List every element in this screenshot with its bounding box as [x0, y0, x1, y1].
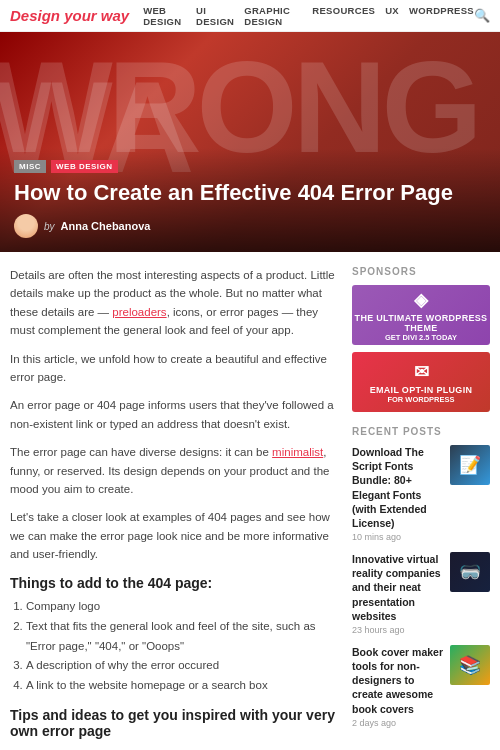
- author-avatar: [14, 214, 38, 238]
- recent-post-3-text: Book cover maker tools for non-designers…: [352, 645, 444, 728]
- sidebar: SPONSORS ◈ THE ULTIMATE WORDPRESS THEME …: [352, 266, 490, 750]
- recent-post-3-title: Book cover maker tools for non-designers…: [352, 645, 444, 716]
- recent-posts-section: RECENT POSTS Download The Script Fonts B…: [352, 426, 490, 728]
- site-title[interactable]: Design your way: [10, 7, 129, 24]
- article-p4: The error page can have diverse designs:…: [10, 443, 338, 498]
- sponsor-2-icon: ✉: [414, 361, 429, 383]
- recent-post-2-title: Innovative virtual reality companies and…: [352, 552, 444, 623]
- hero-author: by Anna Chebanova: [14, 214, 486, 238]
- hero-image: WRONG WA MISC WEB DESIGN How to Create a…: [0, 32, 500, 252]
- recent-post-1-time: 10 mins ago: [352, 532, 444, 542]
- recent-post-1-text: Download The Script Fonts Bundle: 80+ El…: [352, 445, 444, 542]
- recent-post-2[interactable]: Innovative virtual reality companies and…: [352, 552, 490, 635]
- sponsor-banner-1[interactable]: ◈ THE ULTIMATE WORDPRESS THEME GET DIVI …: [352, 285, 490, 345]
- recent-post-3-thumb: 📚: [450, 645, 490, 685]
- preloaders-link[interactable]: preloaders: [112, 306, 166, 318]
- nav-ux[interactable]: UX: [385, 5, 399, 27]
- article-h2-1: Things to add to the 404 page:: [10, 575, 338, 591]
- article-content: Details are often the most interesting a…: [10, 266, 352, 750]
- sponsor-banner-2[interactable]: ✉ EMAIL OPT-IN PLUGIN FOR WORDPRESS: [352, 352, 490, 412]
- recent-post-1-title: Download The Script Fonts Bundle: 80+ El…: [352, 445, 444, 530]
- list-item-2: Text that fits the general look and feel…: [26, 617, 338, 656]
- recent-post-3-time: 2 days ago: [352, 718, 444, 728]
- sponsors-title: SPONSORS: [352, 266, 490, 277]
- recent-post-2-time: 23 hours ago: [352, 625, 444, 635]
- minimalist-link[interactable]: minimalist: [272, 446, 323, 458]
- recent-post-2-text: Innovative virtual reality companies and…: [352, 552, 444, 635]
- article-p1: Details are often the most interesting a…: [10, 266, 338, 340]
- list-item-1: Company logo: [26, 597, 338, 617]
- sponsor-1-icon: ◈: [414, 289, 428, 311]
- hero-tags: MISC WEB DESIGN: [14, 160, 486, 173]
- hero-overlay: MISC WEB DESIGN How to Create an Effecti…: [0, 148, 500, 253]
- search-icon[interactable]: 🔍: [474, 8, 490, 23]
- main-layout: Details are often the most interesting a…: [0, 252, 500, 750]
- nav-graphicdesign[interactable]: Graphic Design: [244, 5, 302, 27]
- tag-webdesign: WEB DESIGN: [51, 160, 118, 173]
- article-p5: Let's take a closer look at examples of …: [10, 508, 338, 563]
- nav-uidesign[interactable]: UI Design: [196, 5, 234, 27]
- nav-wordpress[interactable]: WordPress: [409, 5, 474, 27]
- tag-misc: MISC: [14, 160, 46, 173]
- recent-post-1[interactable]: Download The Script Fonts Bundle: 80+ El…: [352, 445, 490, 542]
- recent-post-2-thumb: 🥽: [450, 552, 490, 592]
- recent-post-3[interactable]: Book cover maker tools for non-designers…: [352, 645, 490, 728]
- recent-posts-title: RECENT POSTS: [352, 426, 490, 437]
- main-nav: Web Design UI Design Graphic Design Reso…: [143, 5, 474, 27]
- sponsor-1-main: THE ULTIMATE WORDPRESS THEME: [352, 313, 490, 333]
- site-header: Design your way Web Design UI Design Gra…: [0, 0, 500, 32]
- author-by: by: [44, 221, 55, 232]
- nav-webdesign[interactable]: Web Design: [143, 5, 186, 27]
- list-item-4: A link to the website homepage or a sear…: [26, 676, 338, 696]
- author-name: Anna Chebanova: [61, 220, 151, 232]
- article-h2-2: Tips and ideas to get you inspired with …: [10, 707, 338, 739]
- sponsor-2-sub: FOR WORDPRESS: [387, 395, 454, 404]
- list-item-3: A description of why the error occured: [26, 656, 338, 676]
- hero-title: How to Create an Effective 404 Error Pag…: [14, 179, 486, 207]
- nav-resources[interactable]: Resources: [312, 5, 375, 27]
- article-p3: An error page or 404 page informs users …: [10, 396, 338, 433]
- sponsor-2-main: EMAIL OPT-IN PLUGIN: [370, 385, 473, 395]
- recent-post-1-thumb: 📝: [450, 445, 490, 485]
- article-p2: In this article, we unfold how to create…: [10, 350, 338, 387]
- article-list: Company logo Text that fits the general …: [26, 597, 338, 695]
- sponsor-1-sub: GET DIVI 2.5 TODAY: [385, 333, 457, 342]
